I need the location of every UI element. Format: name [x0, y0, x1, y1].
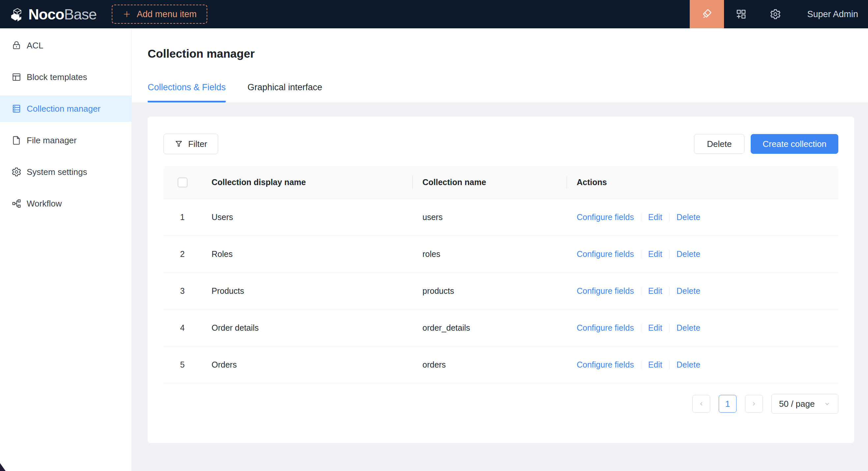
card-toolbar: Filter Delete Create collection — [163, 134, 838, 154]
collections-card: Filter Delete Create collection Collecti… — [148, 116, 854, 443]
delete-link[interactable]: Delete — [677, 249, 700, 259]
action-divider — [641, 287, 641, 296]
funnel-icon — [174, 140, 183, 148]
table-row: 5 Orders orders Configure fields Edit De… — [163, 346, 838, 383]
column-header-display-name: Collection display name — [202, 177, 412, 187]
main-area: Collection manager Collections & Fields … — [132, 28, 868, 471]
collections-table: Collection display name Collection name … — [163, 166, 838, 383]
cell-actions: Configure fields Edit Delete — [566, 212, 838, 222]
page-title: Collection manager — [148, 47, 868, 61]
page-header: Collection manager Collections & Fields … — [132, 28, 868, 103]
topbar-right: Super Admin — [690, 0, 868, 28]
page-size-select[interactable]: 50 / page — [771, 394, 838, 414]
cell-display-name: Users — [202, 212, 412, 222]
cell-display-name: Products — [202, 286, 412, 296]
sidebar-item-acl[interactable]: ACL — [0, 32, 131, 59]
sidebar-item-label: Collection manager — [27, 104, 100, 114]
table-row: 1 Users users Configure fields Edit Dele… — [163, 199, 838, 236]
action-divider — [641, 250, 641, 259]
sidebar-item-label: Workflow — [27, 199, 62, 209]
cell-collection-name: products — [412, 286, 566, 296]
delete-button[interactable]: Delete — [694, 134, 744, 154]
action-divider — [669, 287, 670, 296]
page-number-button[interactable]: 1 — [719, 395, 737, 413]
layout-icon — [11, 72, 22, 82]
edit-link[interactable]: Edit — [648, 360, 662, 370]
topbar: NocoBase Add menu item — [0, 0, 868, 28]
sidebar-item-file-manager[interactable]: File manager — [0, 127, 131, 154]
configure-fields-link[interactable]: Configure fields — [577, 360, 634, 370]
prev-page-button[interactable] — [692, 395, 710, 413]
action-divider — [641, 361, 641, 369]
select-all-cell — [163, 177, 202, 188]
filter-button-label: Filter — [188, 139, 207, 149]
appstore-add-icon — [735, 8, 747, 20]
lock-icon — [11, 40, 22, 51]
highlighter-icon — [701, 8, 713, 20]
add-menu-item-button[interactable]: Add menu item — [112, 5, 207, 24]
cell-actions: Configure fields Edit Delete — [566, 323, 838, 333]
table-row: 4 Order details order_details Configure … — [163, 310, 838, 346]
row-index: 3 — [163, 286, 202, 296]
sidebar: ACL Block templates Collection manager — [0, 28, 132, 471]
edit-link[interactable]: Edit — [648, 212, 662, 222]
column-header-collection-name: Collection name — [412, 177, 566, 187]
cell-collection-name: roles — [412, 249, 566, 259]
nocobase-cube-icon — [10, 7, 25, 22]
row-index: 5 — [163, 360, 202, 370]
sidebar-item-system-settings[interactable]: System settings — [0, 159, 131, 185]
configure-fields-link[interactable]: Configure fields — [577, 249, 634, 259]
workflow-icon — [11, 198, 22, 209]
cursor-artifact — [0, 463, 6, 471]
action-divider — [669, 250, 670, 259]
cell-actions: Configure fields Edit Delete — [566, 286, 838, 296]
action-divider — [669, 361, 670, 369]
ui-editor-button[interactable] — [690, 0, 724, 28]
next-page-button[interactable] — [745, 395, 763, 413]
action-divider — [669, 324, 670, 332]
edit-link[interactable]: Edit — [648, 323, 662, 333]
sidebar-item-collection-manager[interactable]: Collection manager — [0, 96, 131, 122]
configure-fields-link[interactable]: Configure fields — [577, 323, 634, 333]
row-index: 2 — [163, 249, 202, 259]
edit-link[interactable]: Edit — [648, 249, 662, 259]
cell-display-name: Orders — [202, 360, 412, 370]
create-collection-button[interactable]: Create collection — [751, 134, 838, 154]
action-divider — [641, 213, 641, 222]
brand-name-light: Base — [64, 6, 97, 23]
user-menu[interactable]: Super Admin — [807, 9, 858, 20]
cell-actions: Configure fields Edit Delete — [566, 249, 838, 259]
delete-link[interactable]: Delete — [677, 286, 700, 296]
toolbar-right: Delete Create collection — [694, 134, 838, 154]
plus-icon — [122, 9, 131, 19]
delete-link[interactable]: Delete — [677, 323, 700, 333]
edit-link[interactable]: Edit — [648, 286, 662, 296]
cell-collection-name: orders — [412, 360, 566, 370]
settings-button[interactable] — [758, 0, 793, 28]
select-all-checkbox[interactable] — [178, 177, 187, 188]
tab-collections-fields[interactable]: Collections & Fields — [148, 82, 226, 102]
sidebar-item-label: ACL — [27, 40, 43, 51]
configure-fields-link[interactable]: Configure fields — [577, 212, 634, 222]
delete-link[interactable]: Delete — [677, 360, 700, 370]
action-divider — [669, 213, 670, 222]
plugins-button[interactable] — [724, 0, 758, 28]
cell-display-name: Order details — [202, 323, 412, 333]
brand-name-bold: Noco — [28, 6, 64, 23]
action-divider — [641, 324, 641, 332]
sidebar-item-workflow[interactable]: Workflow — [0, 190, 131, 217]
sidebar-item-block-templates[interactable]: Block templates — [0, 64, 131, 90]
gear-icon — [11, 167, 22, 177]
configure-fields-link[interactable]: Configure fields — [577, 286, 634, 296]
tab-graphical-interface[interactable]: Graphical interface — [247, 82, 322, 102]
delete-link[interactable]: Delete — [677, 212, 700, 222]
tab-bar: Collections & Fields Graphical interface — [148, 82, 868, 102]
brand-logo[interactable]: NocoBase — [10, 7, 97, 22]
row-index: 1 — [163, 212, 202, 222]
add-menu-item-label: Add menu item — [137, 9, 197, 20]
gear-icon — [770, 8, 781, 20]
filter-button[interactable]: Filter — [163, 134, 218, 154]
brand-name: NocoBase — [28, 7, 97, 22]
chevron-right-icon — [751, 401, 757, 407]
cell-display-name: Roles — [202, 249, 412, 259]
